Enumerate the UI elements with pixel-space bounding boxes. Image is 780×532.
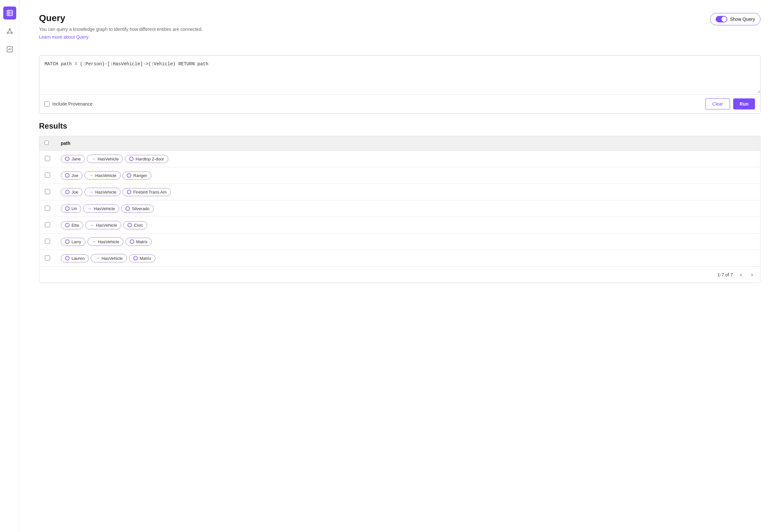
table-footer: 1-7 of 7 ‹ ›	[39, 266, 760, 282]
query-textarea[interactable]	[39, 56, 760, 93]
vehicle-node-circle-icon	[130, 240, 134, 244]
row-checkbox[interactable]	[45, 156, 50, 161]
show-query-toggle[interactable]: Show Query	[710, 13, 761, 25]
path-cell: Lauren→HasVehicleMatrix	[61, 254, 755, 262]
row-path-cell: Lauren→HasVehicleMatrix	[56, 250, 760, 267]
person-node-pill[interactable]: Joe	[61, 171, 83, 179]
page-title: Query	[39, 13, 710, 23]
vehicle-node-pill[interactable]: Silverado	[121, 205, 154, 213]
vehicle-node-pill[interactable]: Matrix	[129, 254, 155, 262]
vehicle-node-label: Civic	[134, 223, 143, 228]
edge-label: HasVehicle	[96, 223, 117, 228]
vehicle-node-label: Silverado	[132, 206, 149, 211]
edge-pill[interactable]: →HasVehicle	[87, 155, 123, 163]
row-path-cell: Jane→HasVehicleHardtop 2-door	[56, 151, 760, 167]
pagination-next-button[interactable]: ›	[749, 271, 755, 279]
arrow-icon: →	[89, 189, 93, 195]
results-table: path Jane→HasVehicleHardtop 2-doorJoe→Ha…	[39, 136, 760, 266]
page-container: Query You can query a knowledge graph to…	[0, 0, 780, 532]
row-checkbox[interactable]	[45, 255, 50, 261]
person-node-circle-icon	[65, 190, 69, 194]
vehicle-node-pill[interactable]: Ranger	[123, 171, 151, 179]
vehicle-node-label: Ranger	[133, 173, 147, 178]
path-cell: Etta→HasVehicleCivic	[61, 221, 755, 229]
arrow-icon: →	[89, 222, 94, 228]
edge-pill[interactable]: →HasVehicle	[91, 254, 127, 262]
sidebar	[0, 0, 19, 532]
select-all-checkbox[interactable]	[45, 141, 49, 145]
vehicle-node-pill[interactable]: Hardtop 2-door	[125, 155, 168, 163]
person-node-circle-icon	[65, 157, 69, 161]
person-node-circle-icon	[65, 206, 69, 211]
edge-pill[interactable]: →HasVehicle	[85, 221, 121, 229]
person-node-pill[interactable]: Jane	[61, 155, 85, 163]
person-node-pill[interactable]: Larry	[61, 238, 86, 246]
row-path-cell: Joe→HasVehicleRanger	[56, 167, 760, 184]
edge-pill[interactable]: →HasVehicle	[85, 171, 120, 179]
vehicle-node-pill[interactable]: Matrix	[126, 238, 152, 246]
vehicle-node-circle-icon	[129, 157, 134, 161]
row-checkbox-cell	[39, 151, 56, 167]
provenance-label[interactable]: Include Provenance	[45, 101, 93, 107]
row-path-cell: Etta→HasVehicleCivic	[56, 217, 760, 233]
sidebar-icon-chart[interactable]	[3, 43, 16, 56]
learn-more-link[interactable]: Learn more about Query	[39, 35, 89, 40]
table-row: Joe→HasVehicleFirebird Trans Am	[39, 184, 760, 200]
vehicle-node-circle-icon	[133, 256, 138, 261]
edge-pill[interactable]: →HasVehicle	[85, 188, 120, 196]
clear-button[interactable]: Clear	[705, 98, 730, 109]
arrow-icon: →	[95, 256, 99, 261]
table-header-row: path	[39, 136, 760, 151]
arrow-icon: →	[89, 173, 93, 178]
vehicle-node-pill[interactable]: Civic	[123, 221, 147, 229]
header-row: Query You can query a knowledge graph to…	[39, 13, 761, 47]
pagination-info: 1-7 of 7	[718, 272, 733, 277]
provenance-checkbox[interactable]	[45, 101, 50, 107]
row-checkbox[interactable]	[45, 239, 50, 244]
sidebar-icon-graph[interactable]	[3, 25, 16, 38]
person-node-label: Lauren	[71, 256, 85, 261]
vehicle-node-label: Firebird Trans Am	[133, 190, 167, 195]
vehicle-node-label: Matrix	[136, 240, 148, 244]
path-cell: Joe→HasVehicleRanger	[61, 171, 755, 179]
edge-label: HasVehicle	[95, 173, 116, 178]
pagination-prev-button[interactable]: ‹	[738, 271, 744, 279]
row-checkbox[interactable]	[45, 222, 50, 227]
path-cell: Uri→HasVehicleSilverado	[61, 204, 755, 213]
header-checkbox-cell	[39, 136, 56, 151]
row-checkbox-cell	[39, 200, 56, 217]
header-left: Query You can query a knowledge graph to…	[39, 13, 710, 47]
person-node-pill[interactable]: Lauren	[61, 254, 89, 262]
person-node-pill[interactable]: Joe	[61, 188, 83, 196]
svg-point-5	[7, 33, 8, 34]
path-cell: Larry→HasVehicleMatrix	[61, 237, 755, 246]
run-button[interactable]: Run	[733, 98, 755, 109]
edge-pill[interactable]: →HasVehicle	[83, 204, 119, 213]
person-node-label: Joe	[71, 190, 78, 195]
table-row: Lauren→HasVehicleMatrix	[39, 250, 760, 267]
person-node-label: Joe	[71, 173, 78, 178]
person-node-pill[interactable]: Etta	[61, 221, 83, 229]
row-checkbox-cell	[39, 217, 56, 233]
row-checkbox[interactable]	[45, 172, 50, 178]
row-checkbox-cell	[39, 184, 56, 200]
svg-point-4	[9, 29, 10, 30]
sidebar-icon-table[interactable]	[3, 6, 16, 19]
row-checkbox[interactable]	[45, 206, 50, 211]
vehicle-node-label: Matrix	[140, 256, 151, 261]
table-row: Jane→HasVehicleHardtop 2-door	[39, 151, 760, 167]
vehicle-node-circle-icon	[128, 223, 132, 227]
results-title: Results	[39, 121, 761, 130]
row-checkbox[interactable]	[45, 189, 50, 194]
svg-rect-0	[7, 10, 12, 16]
query-actions: Clear Run	[705, 98, 755, 109]
arrow-icon: →	[91, 156, 96, 161]
page-description: You can query a knowledge graph to ident…	[39, 26, 710, 32]
vehicle-node-circle-icon	[127, 173, 131, 178]
arrow-icon: →	[87, 206, 92, 211]
edge-pill[interactable]: →HasVehicle	[87, 237, 124, 246]
query-footer: Include Provenance Clear Run	[39, 94, 760, 113]
row-path-cell: Larry→HasVehicleMatrix	[56, 233, 760, 250]
vehicle-node-pill[interactable]: Firebird Trans Am	[123, 188, 171, 196]
person-node-pill[interactable]: Uri	[61, 205, 81, 213]
